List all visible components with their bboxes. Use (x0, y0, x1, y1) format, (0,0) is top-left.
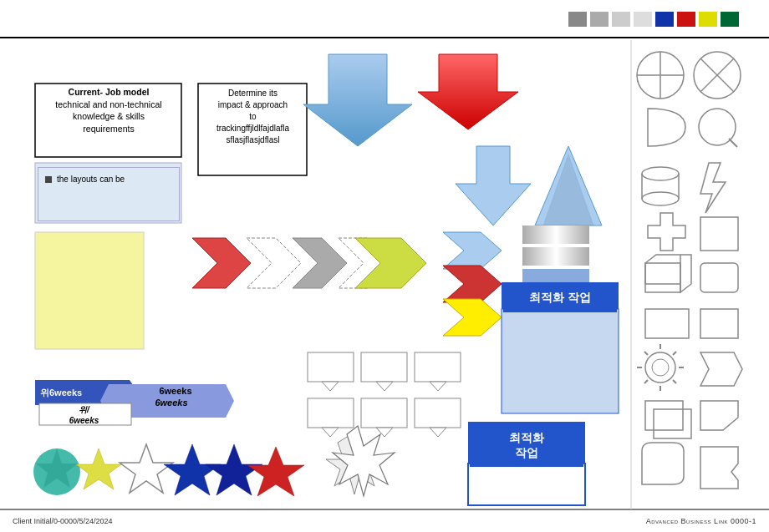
svg-line-90 (673, 380, 676, 383)
determine-line1: Determine its (228, 89, 278, 98)
timeline-label-3: 6weeks (142, 398, 201, 408)
svg-rect-32 (502, 309, 619, 413)
svg-marker-25 (443, 232, 502, 269)
svg-marker-44 (376, 428, 393, 437)
svg-point-68 (642, 167, 679, 180)
svg-rect-92 (645, 401, 683, 430)
job-model-box: Current- Job model technical and non-tec… (38, 86, 180, 135)
note-text: the layouts can be (57, 175, 125, 184)
svg-rect-10 (721, 12, 739, 27)
job-model-title: Current- Job model (69, 87, 150, 97)
svg-point-63 (694, 52, 741, 99)
svg-rect-39 (415, 352, 461, 382)
svg-line-64 (700, 58, 734, 92)
svg-rect-93 (654, 409, 691, 438)
svg-rect-8 (677, 12, 695, 27)
determine-box: Determine its impact & approach to track… (201, 88, 305, 146)
timeline-label-4: 위/6weeks (44, 404, 124, 425)
svg-marker-59 (333, 426, 395, 496)
svg-marker-51 (36, 448, 78, 488)
svg-rect-9 (699, 12, 717, 27)
svg-marker-73 (648, 213, 685, 251)
svg-marker-15 (303, 54, 412, 146)
determine-long-text: trackingffjldlfajdlafla sflasjflasjdflas… (216, 124, 289, 144)
svg-marker-17 (456, 146, 531, 225)
svg-rect-34 (468, 464, 585, 505)
svg-point-66 (699, 109, 736, 145)
svg-rect-80 (700, 309, 738, 338)
svg-marker-23 (339, 238, 393, 288)
svg-marker-40 (430, 382, 446, 391)
svg-rect-35 (308, 352, 354, 382)
svg-line-88 (673, 352, 676, 355)
korean-header-2: 최적화작업 (470, 423, 583, 467)
footer-left: Client Initial/0-0000/5/24/2024 (13, 517, 113, 525)
svg-rect-43 (361, 398, 407, 428)
svg-rect-45 (415, 398, 461, 428)
svg-marker-26 (443, 266, 502, 302)
svg-point-82 (652, 359, 669, 376)
svg-rect-30 (522, 269, 589, 282)
svg-marker-76 (645, 255, 691, 292)
job-model-line2: technical and non-technical (55, 99, 161, 109)
svg-rect-5 (612, 12, 630, 27)
svg-rect-75 (645, 263, 680, 292)
footer-right: Advanced Business Link 0000-1 (646, 517, 756, 525)
svg-rect-4 (590, 12, 609, 27)
svg-marker-21 (247, 238, 301, 288)
svg-line-89 (644, 380, 648, 383)
svg-marker-24 (355, 238, 426, 288)
svg-rect-3 (568, 12, 587, 27)
svg-marker-58 (326, 434, 383, 494)
svg-marker-16 (418, 54, 518, 129)
svg-rect-41 (308, 398, 354, 428)
timeline-label-1: 위6weeks (40, 387, 82, 399)
svg-rect-28 (522, 225, 589, 244)
svg-marker-22 (293, 238, 347, 288)
svg-rect-37 (361, 352, 407, 382)
timeline-label-2: 6weeks (146, 386, 205, 396)
svg-point-81 (645, 352, 675, 383)
svg-marker-42 (322, 428, 339, 437)
svg-line-87 (644, 352, 648, 355)
svg-marker-55 (206, 444, 262, 495)
svg-marker-19 (543, 155, 593, 225)
svg-marker-18 (535, 146, 602, 225)
svg-marker-54 (164, 444, 221, 495)
svg-rect-79 (645, 309, 689, 338)
svg-marker-20 (192, 238, 251, 288)
svg-rect-78 (700, 263, 738, 292)
svg-rect-7 (655, 12, 674, 27)
svg-rect-6 (634, 12, 652, 27)
svg-point-50 (33, 448, 80, 495)
job-model-line4: requirements (83, 124, 134, 134)
svg-point-69 (642, 192, 679, 205)
determine-line3: to (249, 112, 256, 121)
svg-marker-38 (376, 382, 393, 391)
svg-marker-36 (322, 382, 339, 391)
bullet-square (45, 176, 52, 183)
determine-line2: impact & approach (218, 100, 288, 109)
svg-marker-72 (700, 163, 726, 213)
svg-marker-27 (443, 299, 502, 336)
svg-marker-91 (700, 352, 742, 386)
svg-rect-13 (35, 232, 144, 349)
svg-marker-57 (331, 441, 378, 492)
svg-marker-46 (430, 428, 446, 437)
svg-line-67 (729, 139, 737, 147)
svg-marker-52 (76, 448, 121, 489)
note-box: the layouts can be (38, 167, 180, 221)
svg-rect-74 (700, 217, 738, 251)
svg-marker-56 (247, 447, 304, 496)
svg-line-65 (700, 58, 734, 92)
job-model-line3: knowledge & skills (73, 111, 145, 121)
korean-header-1: 최적화 작업 (503, 284, 617, 312)
svg-marker-53 (120, 444, 173, 493)
svg-rect-29 (522, 247, 589, 266)
svg-point-60 (637, 52, 684, 99)
